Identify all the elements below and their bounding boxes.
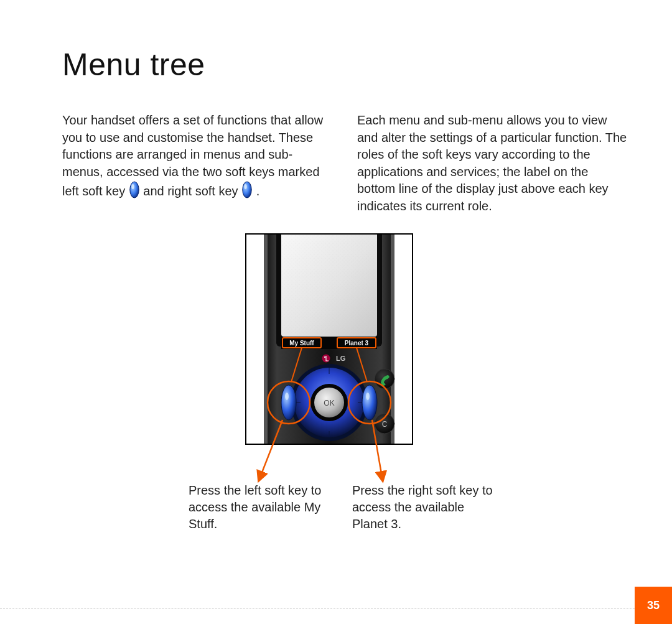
phone-svg: My Stuff Planet 3 LG bbox=[246, 235, 412, 444]
page-title: Menu tree bbox=[62, 47, 205, 83]
soft-label-right: Planet 3 bbox=[345, 340, 369, 347]
svg-text:C: C bbox=[382, 420, 388, 429]
left-soft-key-icon bbox=[129, 180, 140, 199]
svg-rect-9 bbox=[391, 235, 394, 444]
svg-point-1 bbox=[131, 184, 134, 189]
svg-point-3 bbox=[244, 184, 246, 189]
svg-point-28 bbox=[366, 393, 370, 400]
svg-text:LG: LG bbox=[336, 355, 345, 362]
call-key bbox=[375, 369, 394, 389]
svg-rect-12 bbox=[281, 235, 377, 337]
caption-left: Press the left soft key to access the av… bbox=[189, 482, 338, 533]
ok-label: OK bbox=[324, 399, 334, 407]
page-number: 35 bbox=[647, 599, 660, 612]
soft-label-left: My Stuff bbox=[289, 340, 314, 347]
left-paragraph: Your handset offers a set of functions t… bbox=[62, 112, 332, 200]
phone-box-frame: My Stuff Planet 3 LG bbox=[245, 233, 413, 445]
left-paragraph-post: . bbox=[256, 184, 260, 198]
page-number-badge: 35 bbox=[635, 587, 672, 624]
manual-page: Menu tree Your handset offers a set of f… bbox=[0, 0, 672, 624]
body-column-right: Each menu and sub-menu allows you to vie… bbox=[357, 112, 627, 215]
left-paragraph-mid: and right soft key bbox=[143, 184, 241, 198]
body-column-left: Your handset offers a set of functions t… bbox=[62, 112, 332, 215]
svg-point-27 bbox=[285, 393, 289, 400]
left-soft-key-hardware bbox=[281, 385, 296, 420]
svg-rect-8 bbox=[264, 235, 268, 444]
body-columns: Your handset offers a set of functions t… bbox=[62, 112, 627, 215]
right-soft-key-icon bbox=[241, 180, 253, 199]
footer-divider bbox=[0, 608, 672, 608]
phone-illustration: My Stuff Planet 3 LG bbox=[0, 233, 672, 451]
right-paragraph: Each menu and sub-menu allows you to vie… bbox=[357, 112, 627, 215]
svg-point-0 bbox=[130, 182, 139, 198]
svg-point-2 bbox=[243, 182, 251, 198]
svg-point-17 bbox=[324, 356, 325, 358]
caption-right: Press the right soft key to access the a… bbox=[352, 482, 502, 533]
right-soft-key-hardware bbox=[362, 385, 377, 420]
